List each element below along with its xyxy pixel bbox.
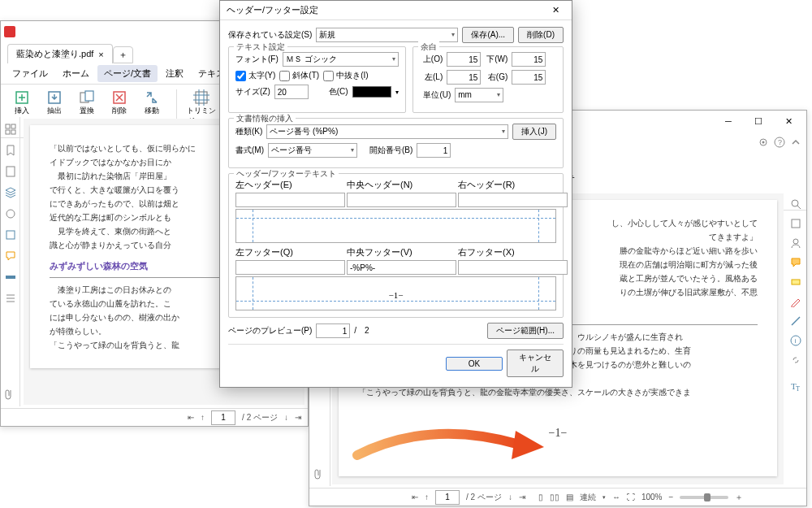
layers-icon[interactable] <box>5 187 16 198</box>
cf-input[interactable] <box>347 260 456 275</box>
bold-checkbox[interactable]: 太字(Y) <box>235 70 275 81</box>
color-label: 色(C) <box>329 86 348 98</box>
prev-page-icon[interactable]: ↑ <box>201 413 205 422</box>
font-select[interactable]: ＭＳ ゴシック <box>283 52 399 67</box>
page-number-footer: −1− <box>358 423 758 443</box>
bookmark-icon[interactable] <box>5 145 16 156</box>
rf-label: 右フッター(X) <box>458 246 568 258</box>
margin-bottom-input[interactable] <box>512 52 546 67</box>
lf-input[interactable] <box>235 260 345 275</box>
rf-input[interactable] <box>458 260 568 275</box>
page-range-button[interactable]: ページ範囲(H)... <box>487 323 564 339</box>
search-icon[interactable] <box>790 198 801 210</box>
help-icon[interactable]: ? <box>774 137 785 148</box>
strike-checkbox[interactable]: 中抜き(I) <box>323 70 368 81</box>
menu-annot[interactable]: 注釈 <box>159 65 190 82</box>
info-icon[interactable]: i <box>790 335 801 346</box>
header-preview <box>235 209 556 243</box>
ch-input[interactable] <box>347 193 456 207</box>
cancel-button[interactable]: キャンセル <box>507 350 564 377</box>
page-input[interactable] <box>211 410 235 425</box>
page-icon[interactable] <box>5 166 16 177</box>
close-icon[interactable]: × <box>98 50 103 59</box>
close-icon[interactable]: ✕ <box>774 111 803 131</box>
zoom-out-icon[interactable]: − <box>668 493 673 501</box>
first-page-icon[interactable]: ⇤ <box>412 493 418 501</box>
new-tab[interactable]: ＋ <box>113 46 133 63</box>
margin-top-input[interactable] <box>447 52 481 67</box>
size-input[interactable] <box>274 85 309 99</box>
delete-button[interactable]: 削除(D) <box>518 27 564 43</box>
next-page-icon[interactable]: ↓ <box>284 413 288 422</box>
last-page-icon[interactable]: ⇥ <box>295 413 301 422</box>
doc-tab[interactable]: 藍染めと漆塗り.pdf× <box>7 44 113 63</box>
rh-input[interactable] <box>458 193 568 207</box>
margin-right-input[interactable] <box>512 70 546 85</box>
extract-button[interactable]: 抽出 <box>40 89 69 116</box>
italic-checkbox[interactable]: 斜体(T) <box>279 70 319 81</box>
page-preview-input[interactable] <box>316 323 350 338</box>
startnum-input[interactable] <box>417 143 451 158</box>
type-select[interactable]: ページ番号 (%P%) <box>266 124 508 139</box>
stamp-icon[interactable] <box>5 208 16 219</box>
view-facing-icon[interactable]: ▯▯ <box>550 493 559 501</box>
fit-page-icon[interactable]: ⛶ <box>627 493 635 501</box>
app-icon <box>4 26 15 37</box>
last-page-icon[interactable]: ⇥ <box>519 493 525 501</box>
view-cont-icon[interactable]: ▤ <box>566 493 573 501</box>
lh-label: 左ヘッダー(E) <box>235 179 345 191</box>
view-single-icon[interactable]: ▯ <box>538 493 543 501</box>
zoom-in-icon[interactable]: ＋ <box>735 492 743 503</box>
zoom-slider[interactable] <box>680 496 728 499</box>
unit-label: 単位(U) <box>420 89 451 101</box>
menu-page[interactable]: ページ/文書 <box>97 65 158 82</box>
close-icon[interactable]: ✕ <box>546 5 565 15</box>
collapse-icon[interactable] <box>790 137 801 148</box>
line-icon[interactable] <box>790 315 801 327</box>
replace-button[interactable]: 置換 <box>72 89 102 116</box>
redact-icon[interactable] <box>5 271 16 283</box>
minimize-icon[interactable]: ─ <box>714 111 743 131</box>
insert-button[interactable]: 挿入 <box>7 89 37 116</box>
delete-button[interactable]: 削除 <box>105 89 134 116</box>
comment-icon[interactable] <box>5 250 16 262</box>
move-button[interactable]: 移動 <box>137 89 166 116</box>
margin-left-label: 左(L) <box>420 72 443 83</box>
format-select[interactable]: ページ番号 <box>268 143 357 158</box>
attachment-icon[interactable] <box>5 389 16 400</box>
svg-rect-13 <box>6 231 15 239</box>
next-page-icon[interactable]: ↓ <box>508 493 512 501</box>
svg-rect-41 <box>792 280 800 284</box>
user-icon[interactable] <box>790 237 801 249</box>
insert-button[interactable]: 挿入(J) <box>512 124 556 140</box>
menu-home[interactable]: ホーム <box>56 65 96 82</box>
text-icon[interactable]: TT <box>790 380 801 392</box>
lh-input[interactable] <box>235 193 345 207</box>
unit-select[interactable]: mm <box>455 88 503 102</box>
ok-button[interactable]: OK <box>446 357 503 371</box>
select-icon[interactable] <box>790 218 801 229</box>
list-icon[interactable] <box>5 293 16 304</box>
prev-page-icon[interactable]: ↑ <box>425 493 429 501</box>
link-icon[interactable] <box>5 229 16 241</box>
margin-left-input[interactable] <box>447 70 481 85</box>
gear-icon[interactable] <box>758 137 769 148</box>
menu-file[interactable]: ファイル <box>6 65 54 82</box>
save-button[interactable]: 保存(A)... <box>462 27 514 43</box>
first-page-icon[interactable]: ⇤ <box>188 413 194 422</box>
highlight-icon[interactable] <box>790 276 801 288</box>
view-mode[interactable]: 連続 <box>580 492 596 503</box>
note-icon[interactable] <box>790 257 801 268</box>
saved-settings-select[interactable]: 新規 <box>316 28 458 42</box>
page-input-2[interactable] <box>435 490 460 505</box>
link2-icon[interactable] <box>790 354 801 366</box>
color-picker[interactable] <box>352 86 392 98</box>
attachment-icon[interactable] <box>314 468 326 480</box>
maximize-icon[interactable]: ☐ <box>744 111 773 131</box>
fit-width-icon[interactable]: ↔ <box>612 493 620 501</box>
statusbar-2: ⇤ ↑ / 2 ページ ↓ ⇥ ▯ ▯▯ ▤ 連続▾ ↔ ⛶ 100% − ＋ <box>309 488 806 506</box>
size-label: サイズ(Z) <box>235 86 270 98</box>
thumbnails-icon[interactable] <box>5 124 16 135</box>
pen-icon[interactable] <box>790 296 801 307</box>
svg-rect-14 <box>6 276 15 279</box>
